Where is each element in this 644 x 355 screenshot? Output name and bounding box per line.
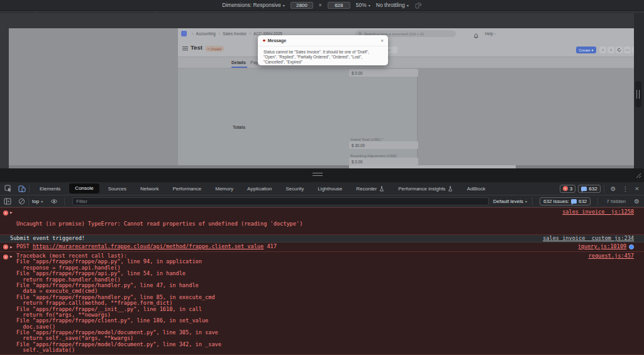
chevron-down-icon: ▾: [525, 199, 527, 204]
error-icon: ×: [3, 254, 8, 259]
chevron-down-icon: ▾: [592, 48, 594, 52]
adblock-extension-icon[interactable]: [629, 244, 634, 249]
dialog-body-text: Status cannot be "Sales Invoice". It sho…: [258, 46, 388, 68]
app-navbar: › Accounting › Sales Invoice › ACC-SINV-…: [178, 28, 634, 39]
console-settings-gear-icon[interactable]: ⚙: [634, 198, 640, 205]
hidden-messages-count: 7 hidden: [606, 199, 626, 204]
tab-elements[interactable]: Elements: [33, 182, 67, 195]
totals-section-title: Totals: [233, 125, 245, 129]
rotate-viewport-icon[interactable]: [414, 2, 422, 9]
console-filter-input[interactable]: [72, 197, 489, 205]
chat-bubble-icon: [581, 187, 587, 191]
document-toolbar: Test ● Unpaid Preview ▾ Create ▾ ‹ ›: [178, 39, 634, 57]
chevron-down-icon: ▾: [41, 199, 43, 204]
devtools-tabbar: Elements Console Sources Network Perform…: [0, 182, 644, 195]
zoom-dropdown[interactable]: 50% ▾: [356, 2, 370, 8]
prev-document-button[interactable]: ‹: [599, 46, 606, 53]
tab-sources[interactable]: Sources: [101, 182, 133, 195]
refresh-button[interactable]: [616, 46, 623, 53]
console-toolbar: top ▾ Default levels ▾ 632 Issues: 632 7…: [0, 195, 644, 207]
grip-icon: [636, 90, 640, 99]
error-icon: ×: [3, 210, 8, 216]
menu-button[interactable]: ⋯: [624, 46, 631, 53]
chevron-down-icon: ▾: [369, 3, 370, 8]
divider: [604, 185, 604, 193]
divider: [64, 197, 65, 205]
message-source-link[interactable]: sales_invoice__js:1258: [562, 209, 634, 215]
console-sidebar-toggle-icon[interactable]: [4, 198, 11, 205]
form-tabs: Details Payments: [178, 57, 634, 68]
devtools-window: Dimensions: Responsive ▾ × 50% ▾ No thro…: [0, 0, 644, 355]
live-expression-eye-icon[interactable]: [50, 199, 58, 204]
traceback-lines: Traceback (most recent call last):File "…: [16, 253, 221, 354]
traceback-line: self._validate(): [16, 347, 221, 353]
frappe-app-shell: › Accounting › Sales Invoice › ACC-SINV-…: [178, 28, 634, 168]
status-dot-icon: ●: [208, 47, 209, 50]
breadcrumb-separator: ›: [218, 31, 219, 36]
tab-performance[interactable]: Performance: [165, 182, 208, 195]
tab-network[interactable]: Network: [133, 182, 165, 195]
message-count-badge[interactable]: 632: [578, 185, 600, 193]
tab-security[interactable]: Security: [279, 182, 311, 195]
tab-details[interactable]: Details: [231, 60, 246, 65]
viewport-width-resize-handle[interactable]: [635, 81, 641, 107]
message-source-link[interactable]: request.js:457: [589, 253, 634, 259]
refresh-icon: [617, 48, 621, 52]
breadcrumb-sales-invoice[interactable]: Sales Invoice: [223, 31, 246, 36]
message-source-link[interactable]: sales_invoice__custom_js:234: [543, 236, 634, 241]
viewport-height-input[interactable]: [328, 2, 350, 9]
experiment-flask-icon: [379, 186, 384, 192]
error-message-text: Uncaught (in promise) TypeError: Cannot …: [16, 221, 303, 227]
tab-adblock[interactable]: AdBlock: [460, 182, 492, 195]
expand-arrow-icon[interactable]: ▶: [10, 253, 13, 259]
expand-arrow-icon[interactable]: ▶: [10, 209, 13, 215]
grand-total-field[interactable]: $ 30.00: [349, 141, 418, 149]
devtools-split-bar: [0, 168, 644, 182]
expand-arrow-icon[interactable]: ▶: [10, 244, 13, 249]
dialog-header: Message ×: [258, 35, 388, 46]
settings-gear-icon[interactable]: ⚙: [611, 185, 616, 192]
dialog-close-icon[interactable]: ×: [380, 38, 384, 43]
rounding-adjustment-field[interactable]: $ 0.00: [349, 158, 418, 165]
create-button[interactable]: Create ▾: [576, 46, 596, 53]
corner-resize-icon[interactable]: [634, 170, 641, 181]
experiment-flask-icon: [448, 186, 453, 192]
inspect-element-icon[interactable]: [4, 185, 12, 192]
request-url-link[interactable]: https://murarecarrental.frappe.cloud/api…: [33, 243, 264, 249]
tab-lighthouse[interactable]: Lighthouse: [311, 182, 349, 195]
zoom-value: 50%: [356, 2, 367, 8]
more-options-icon[interactable]: ⋮: [623, 185, 629, 192]
tab-memory[interactable]: Memory: [208, 182, 240, 195]
log-levels-dropdown[interactable]: Default levels ▾: [493, 199, 527, 204]
device-toolbar-toggle-icon[interactable]: [18, 185, 26, 192]
message-source-link[interactable]: jquery.js:10109: [577, 244, 626, 249]
http-status: 417: [264, 243, 277, 249]
tab-recorder[interactable]: Recorder: [349, 182, 391, 195]
device-toolbar: Dimensions: Responsive ▾ × 50% ▾ No thro…: [0, 0, 644, 11]
form-body: $ 0.00 Totals Grand Total (USD) * $ 30.0…: [178, 68, 634, 165]
console-error-post-417: × ▶ POST https://murarecarrental.frappe.…: [0, 243, 644, 252]
breadcrumb-accounting[interactable]: Accounting: [196, 31, 216, 36]
next-document-button[interactable]: ›: [608, 46, 614, 53]
viewport-width-input[interactable]: [291, 2, 313, 9]
tab-console[interactable]: Console: [69, 183, 99, 194]
chevron-down-icon: ▾: [407, 3, 409, 8]
error-count-badge[interactable]: × 3: [560, 185, 575, 193]
viewport-height-resize-handle[interactable]: [313, 173, 323, 176]
clear-console-icon[interactable]: [18, 198, 25, 205]
help-menu[interactable]: Help ▾: [485, 31, 496, 36]
tab-application[interactable]: Application: [240, 182, 279, 195]
amount-field[interactable]: $ 0.00: [349, 69, 418, 77]
sidebar-toggle-icon[interactable]: [182, 46, 188, 47]
dimensions-dropdown[interactable]: Dimensions: Responsive ▾: [222, 2, 285, 8]
throttling-dropdown[interactable]: No throttling ▾: [376, 2, 409, 8]
js-context-dropdown[interactable]: top ▾: [32, 199, 43, 204]
indicator-dot-icon: [263, 40, 265, 42]
tab-performance-insights[interactable]: Performance insights: [391, 182, 460, 195]
frappe-logo-icon[interactable]: [181, 31, 187, 36]
error-icon: ×: [563, 186, 568, 191]
dimensions-multiply: ×: [319, 2, 322, 8]
issues-counter[interactable]: 632 Issues: 632: [540, 197, 591, 205]
chevron-down-icon: ▾: [283, 3, 285, 8]
close-devtools-icon[interactable]: ×: [635, 185, 639, 192]
